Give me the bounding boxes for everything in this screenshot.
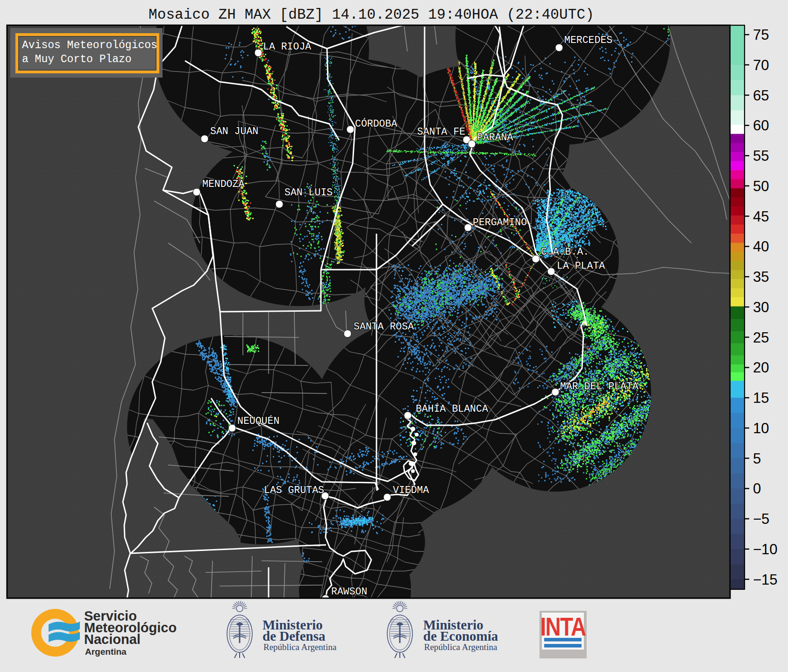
svg-text:10: 10: [753, 420, 769, 436]
svg-text:60: 60: [753, 117, 769, 134]
svg-text:−15: −15: [753, 572, 778, 588]
svg-text:35: 35: [753, 269, 769, 285]
svg-text:Avisos Meteorológicos: Avisos Meteorológicos: [22, 39, 157, 51]
svg-text:SAN JUAN: SAN JUAN: [210, 126, 258, 137]
svg-text:República Argentina: República Argentina: [424, 642, 497, 652]
svg-text:PARANÁ: PARANÁ: [477, 131, 513, 143]
svg-text:75: 75: [753, 27, 769, 43]
svg-text:de Defensa: de Defensa: [263, 629, 326, 643]
svg-text:NEUQUÉN: NEUQUÉN: [237, 415, 279, 427]
svg-text:SANTA ROSA: SANTA ROSA: [354, 321, 414, 332]
svg-text:SAN LUIS: SAN LUIS: [284, 187, 333, 198]
svg-text:PERGAMINO: PERGAMINO: [473, 217, 527, 228]
svg-text:BAHÍA BLANCA: BAHÍA BLANCA: [416, 403, 488, 415]
svg-text:Nacional: Nacional: [84, 632, 141, 647]
svg-text:45: 45: [753, 208, 769, 225]
svg-text:LA PLATA: LA PLATA: [557, 260, 605, 272]
svg-text:30: 30: [753, 299, 769, 315]
svg-text:RAWSON: RAWSON: [331, 586, 367, 597]
svg-text:a Muy Corto Plazo: a Muy Corto Plazo: [22, 53, 132, 65]
svg-text:40: 40: [753, 238, 769, 255]
svg-text:LAS GRUTAS: LAS GRUTAS: [264, 485, 324, 496]
svg-text:MENDOZA: MENDOZA: [202, 179, 244, 190]
svg-text:65: 65: [753, 87, 769, 104]
svg-text:25: 25: [753, 329, 769, 346]
svg-text:MERCEDES: MERCEDES: [564, 35, 612, 46]
svg-text:Mosaico ZH MAX [dBZ] 14.10.202: Mosaico ZH MAX [dBZ] 14.10.2025 19:40HOA…: [149, 7, 594, 23]
svg-text:50: 50: [753, 178, 769, 194]
svg-text:LA RIOJA: LA RIOJA: [263, 41, 311, 52]
svg-text:20: 20: [753, 359, 769, 376]
svg-text:INTA: INTA: [540, 612, 586, 641]
svg-text:55: 55: [753, 148, 769, 164]
svg-text:70: 70: [753, 57, 769, 73]
svg-text:5: 5: [753, 450, 761, 467]
svg-text:CÓRDOBA: CÓRDOBA: [355, 118, 397, 129]
svg-text:−10: −10: [753, 541, 778, 558]
svg-text:VIEDMA: VIEDMA: [393, 485, 429, 496]
svg-text:0: 0: [753, 480, 761, 497]
svg-text:Argentina: Argentina: [85, 647, 127, 657]
svg-text:SANTA FE: SANTA FE: [417, 126, 465, 137]
svg-text:−5: −5: [753, 511, 769, 527]
svg-text:C.A.B.A.: C.A.B.A.: [541, 246, 589, 257]
svg-text:MAR DEL PLATA: MAR DEL PLATA: [560, 381, 639, 392]
svg-text:República Argentina: República Argentina: [263, 642, 337, 652]
svg-text:de Economía: de Economía: [423, 629, 498, 643]
svg-text:15: 15: [753, 390, 769, 406]
